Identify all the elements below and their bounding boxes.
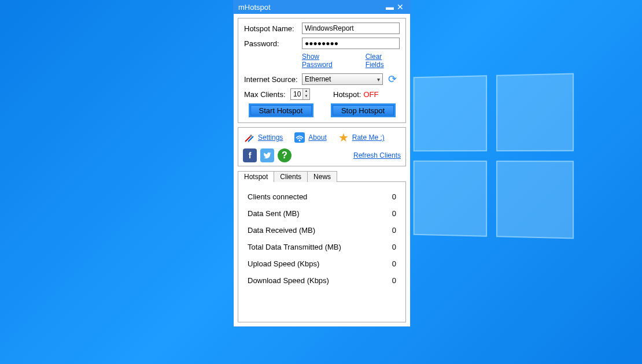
- twitter-button[interactable]: [260, 148, 274, 162]
- help-button[interactable]: ?: [278, 148, 292, 162]
- tab-body: Clients connected0 Data Sent (MB)0 Data …: [238, 181, 406, 322]
- star-icon: ★: [337, 131, 350, 144]
- max-clients-label: Max Clients:: [244, 90, 290, 99]
- stat-row: Total Data Transmitted (MB)0: [248, 243, 396, 251]
- max-clients-stepper[interactable]: 10 ▲▼: [290, 88, 310, 100]
- settings-link[interactable]: Settings: [258, 133, 283, 142]
- stop-hotspot-button[interactable]: Stop Hotspot: [331, 103, 396, 117]
- app-window: mHotspot ▬ ✕ Hotspot Name: Password: Sho…: [233, 0, 411, 327]
- tab-clients[interactable]: Clients: [274, 171, 308, 182]
- max-clients-value: 10: [293, 90, 301, 98]
- stat-row: Clients connected0: [248, 192, 396, 201]
- wifi-icon: [293, 131, 306, 144]
- svg-point-2: [250, 135, 252, 137]
- rate-link[interactable]: Rate Me :): [352, 133, 385, 142]
- hotspot-name-input[interactable]: [302, 23, 400, 34]
- refresh-source-icon[interactable]: ⟳: [386, 73, 398, 85]
- hotspot-name-label: Hotspot Name:: [244, 24, 302, 33]
- svg-point-4: [299, 140, 301, 142]
- minimize-button[interactable]: ▬: [385, 3, 395, 11]
- stepper-down[interactable]: ▼: [303, 94, 309, 99]
- close-button[interactable]: ✕: [395, 3, 405, 11]
- stat-row: Data Sent (MB)0: [248, 209, 396, 218]
- chevron-down-icon: ▾: [377, 76, 380, 83]
- password-label: Password:: [244, 39, 302, 48]
- refresh-clients-link[interactable]: Refresh Clients: [353, 151, 401, 159]
- password-input[interactable]: [302, 38, 400, 49]
- facebook-button[interactable]: f: [243, 148, 257, 162]
- stat-row: Data Received (MB)0: [248, 226, 396, 235]
- source-value: Ethernet: [305, 75, 331, 83]
- tab-news[interactable]: News: [307, 171, 337, 182]
- source-select[interactable]: Ethernet ▾: [302, 73, 383, 85]
- window-title: mHotspot: [238, 3, 271, 12]
- stat-row: Download Speed (Kbps)0: [248, 276, 396, 285]
- clear-fields-link[interactable]: Clear Fields: [366, 53, 400, 69]
- stepper-up[interactable]: ▲: [303, 89, 309, 94]
- show-password-link[interactable]: Show Password: [302, 53, 348, 69]
- tab-hotspot[interactable]: Hotspot: [238, 171, 274, 182]
- stat-row: Upload Speed (Kbps)0: [248, 259, 396, 268]
- windows-logo: [414, 73, 574, 239]
- start-hotspot-button[interactable]: Start Hotspot: [249, 103, 313, 117]
- tabs-panel: Hotspot Clients News Clients connected0 …: [238, 170, 406, 322]
- hotspot-status-label: Hotspot:: [333, 90, 361, 99]
- config-panel: Hotspot Name: Password: Show Password Cl…: [238, 18, 406, 123]
- about-link[interactable]: About: [308, 133, 326, 142]
- source-label: Internet Source:: [244, 75, 302, 84]
- settings-icon: [243, 131, 256, 144]
- titlebar: mHotspot ▬ ✕: [234, 0, 410, 14]
- links-panel: Settings About ★ Rate Me :) f ? Refresh …: [238, 127, 406, 166]
- hotspot-status-value: OFF: [363, 90, 378, 99]
